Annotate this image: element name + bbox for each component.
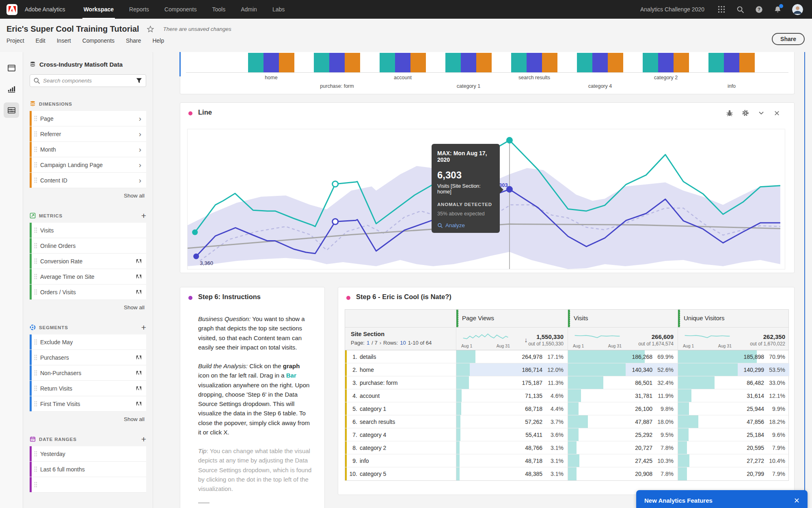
table-row-category-1[interactable]: 5.category 168,7184.4%26,1009.8%25,9449.… <box>345 402 788 415</box>
metric-cell: 68,7184.4% <box>456 402 568 415</box>
debug-icon[interactable] <box>726 109 733 117</box>
sidebar-item-first-time-visits[interactable]: First Time Visits <box>30 396 146 412</box>
search-input[interactable] <box>30 74 146 87</box>
menu-edit[interactable]: Edit <box>36 37 45 44</box>
collapse-chevron-icon[interactable] <box>758 109 765 117</box>
table-row-details[interactable]: 1.details264,97817.1%186,26869.9%185,898… <box>345 350 788 363</box>
column-header-unique-visitors[interactable]: Unique Visitors <box>678 310 789 327</box>
row-number: 6. <box>345 419 357 425</box>
toast-close-icon[interactable] <box>794 498 799 503</box>
chevron-right-icon[interactable]: › <box>139 161 141 169</box>
add-date-ranges-icon[interactable]: + <box>141 436 146 442</box>
avatar[interactable] <box>792 4 803 15</box>
cell-value-bar <box>568 415 588 428</box>
table-row-home[interactable]: 2.home186,71412.0%140,34052.6%140,29953.… <box>345 363 788 376</box>
bar-group-info[interactable] <box>708 53 755 72</box>
analyze-link[interactable]: Analyze <box>437 222 494 228</box>
table-row-search-results[interactable]: 6.search results57,2623.7%47,88718.0%47,… <box>345 415 788 428</box>
dataset-row[interactable]: Cross-Industry Matisoft Data <box>30 61 146 68</box>
bar-group-category-1[interactable] <box>445 53 492 72</box>
bar-group-account[interactable] <box>380 53 426 72</box>
nav-item-workspace[interactable]: Workspace <box>76 0 121 19</box>
menu-insert[interactable]: Insert <box>57 37 71 44</box>
show-all-segments[interactable]: Show all <box>30 412 146 422</box>
date-ranges-icon <box>30 436 36 442</box>
show-all-dimensions[interactable]: Show all <box>30 188 146 199</box>
nav-item-labs[interactable]: Labs <box>265 0 292 19</box>
sidebar-item-conversion-rate[interactable]: Conversion Rate <box>30 254 146 269</box>
close-icon[interactable] <box>773 110 780 117</box>
sidebar-item-referrer[interactable]: Referrer› <box>30 126 146 142</box>
page-number-link[interactable]: 1 <box>367 340 369 346</box>
section-list-metrics: VisitsOnline OrdersConversion RateAverag… <box>30 223 146 300</box>
adobe-logo-icon[interactable] <box>6 4 17 15</box>
component-color-bar <box>30 365 32 380</box>
column-header-page-views[interactable]: Page Views <box>456 310 568 327</box>
nav-item-tools[interactable]: Tools <box>205 0 233 19</box>
sidebar-item-yesterday[interactable]: Yesterday <box>30 446 146 462</box>
nav-item-admin[interactable]: Admin <box>233 0 265 19</box>
add-segments-icon[interactable]: + <box>141 325 146 330</box>
settings-gear-icon[interactable] <box>742 109 749 117</box>
bar-category-label: category 2 <box>654 75 678 80</box>
table-row-info[interactable]: 9.info48,7183.1%27,42510.3%27,27210.4% <box>345 454 788 467</box>
bar <box>708 53 724 72</box>
data-source-dot[interactable] <box>188 296 192 300</box>
menu-project[interactable]: Project <box>6 37 24 44</box>
sidebar-item-purchasers[interactable]: Purchasers <box>30 350 146 365</box>
nav-item-components[interactable]: Components <box>157 0 204 19</box>
bell-icon[interactable] <box>773 5 782 13</box>
rows-count-link[interactable]: 10 <box>400 340 406 346</box>
panels-rail-icon[interactable] <box>4 60 19 76</box>
bar-group-category-2[interactable] <box>643 53 689 72</box>
bar <box>329 53 345 72</box>
chevron-right-icon[interactable]: › <box>139 115 141 122</box>
share-button[interactable]: Share <box>772 33 805 45</box>
bar-group-search-results[interactable] <box>511 53 557 72</box>
bar-group-purchase-form[interactable] <box>314 53 360 72</box>
bar-visualization-panel[interactable]: homepurchase: formaccountcategory 1searc… <box>180 52 795 94</box>
sidebar-item-month[interactable]: Month› <box>30 142 146 157</box>
menu-help[interactable]: Help <box>152 37 164 44</box>
chevron-right-icon[interactable]: › <box>139 130 141 138</box>
chevron-right-icon[interactable]: › <box>139 145 141 153</box>
sidebar-item-return-visits[interactable]: Return Visits <box>30 381 146 396</box>
row-name: category 4 <box>360 432 386 438</box>
sidebar-item-non-purchasers[interactable]: Non-Purchasers <box>30 365 146 381</box>
table-row-account[interactable]: 4.account71,1354.6%31,78111.9%31,61412.1… <box>345 389 788 402</box>
sidebar-item-online-orders[interactable]: Online Orders <box>30 238 146 254</box>
sidebar-item-content-id[interactable]: Content ID› <box>30 173 146 188</box>
sidebar-item-average-time-on-site[interactable]: Average Time on Site <box>30 269 146 284</box>
sidebar-item-campaign-landing-page[interactable]: Campaign Landing Page› <box>30 157 146 173</box>
nav-item-reports[interactable]: Reports <box>121 0 157 19</box>
search-icon[interactable] <box>736 5 744 13</box>
sidebar-item-last-6-full-months[interactable]: Last 6 full months <box>30 462 146 477</box>
column-header-visits[interactable]: Visits <box>568 310 678 327</box>
menu-share[interactable]: Share <box>126 37 141 44</box>
bar-group-category-4[interactable] <box>577 53 623 72</box>
table-row-purchase-form[interactable]: 3.purchase: form175,18711.3%86,50132.4%8… <box>345 376 788 389</box>
components-rail-icon[interactable] <box>4 102 19 118</box>
sidebar-item-visits[interactable]: Visits <box>30 223 146 238</box>
sidebar-item-item[interactable] <box>30 477 146 493</box>
sidebar-item-page[interactable]: Page› <box>30 111 146 126</box>
table-row-category-2[interactable]: 8.category 248,7663.1%20,7277.8%20,5957.… <box>345 441 788 454</box>
data-source-dot[interactable] <box>346 296 350 300</box>
sort-descending-icon[interactable]: ↓ <box>524 336 527 344</box>
help-icon[interactable]: ? <box>755 5 763 13</box>
show-all-metrics[interactable]: Show all <box>30 300 146 310</box>
visualizations-rail-icon[interactable] <box>4 81 19 97</box>
sidebar-item-exclude-may[interactable]: Exclude May <box>30 334 146 350</box>
app-grid-icon[interactable] <box>717 5 726 13</box>
menu-components[interactable]: Components <box>82 37 114 44</box>
sidebar-item-orders-visits[interactable]: Orders / Visits <box>30 284 146 300</box>
favorite-star-icon[interactable] <box>147 25 154 33</box>
chevron-right-icon[interactable]: › <box>139 176 141 184</box>
data-source-dot[interactable] <box>188 111 192 115</box>
table-row-category-5[interactable]: 10.category 548,3853.1%20,9087.8%20,7997… <box>345 467 788 480</box>
bar-group-home[interactable] <box>248 53 294 72</box>
next-page-icon[interactable]: › <box>380 340 381 346</box>
filter-icon[interactable] <box>136 77 143 86</box>
add-metrics-icon[interactable]: + <box>141 213 146 219</box>
table-row-category-4[interactable]: 7.category 455,4113.6%25,2929.5%25,1849.… <box>345 428 788 441</box>
